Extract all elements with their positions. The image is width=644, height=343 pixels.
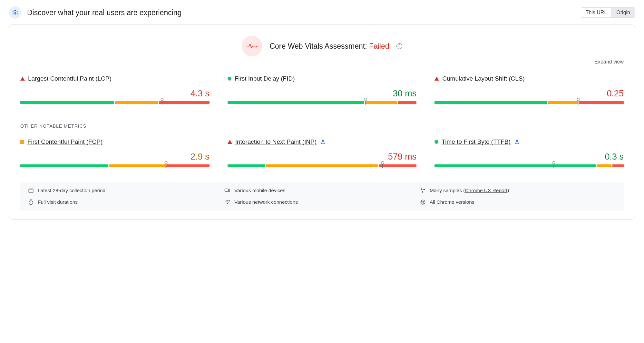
bar-segment	[434, 101, 547, 104]
bar-segment	[579, 101, 624, 104]
metric-name-link[interactable]: First Contentful Paint (FCP)	[27, 138, 102, 145]
metric-name-link[interactable]: Time to First Byte (TTFB)	[442, 138, 511, 145]
circle-green-icon	[228, 77, 231, 81]
bar-segment	[379, 164, 416, 167]
metric-name-link[interactable]: Largest Contentful Paint (LCP)	[28, 75, 112, 82]
metric-card: Time to First Byte (TTFB) 0.3 s	[434, 138, 624, 175]
bar-segment	[398, 101, 416, 104]
bar-segment	[228, 164, 265, 167]
bar-segment	[166, 164, 210, 167]
toggle-this-url[interactable]: This URL	[581, 8, 612, 17]
svg-point-0	[14, 10, 16, 11]
metric-header: First Input Delay (FID)	[228, 75, 417, 82]
page-title: Discover what your real users are experi…	[27, 8, 181, 17]
svg-rect-9	[229, 190, 230, 192]
footer-item-text: All Chrome versions	[430, 199, 474, 205]
triangle-red-icon	[228, 140, 232, 144]
metric-bar	[434, 101, 624, 104]
other-metrics-heading: OTHER NOTABLE METRICS	[20, 123, 624, 129]
assessment-label: Core Web Vitals Assessment:	[269, 42, 367, 50]
footer-item: Many samples (Chrome UX Report)	[420, 188, 616, 193]
metric-header: First Contentful Paint (FCP)	[20, 138, 210, 145]
metric-card: Interaction to Next Paint (INP) 579 ms	[228, 138, 417, 175]
circle-green-icon	[434, 140, 438, 144]
bar-segment	[434, 164, 595, 167]
metric-bar	[228, 101, 417, 104]
footer-item: Full visit durations	[28, 199, 224, 205]
experimental-flask-icon[interactable]	[514, 139, 520, 144]
people-icon	[12, 9, 19, 16]
trend-fail-icon	[246, 43, 259, 49]
metric-pin	[164, 161, 167, 168]
expand-view-link[interactable]: Expand view	[20, 59, 624, 65]
metric-header: Time to First Byte (TTFB)	[434, 138, 624, 145]
metric-value: 0.3 s	[434, 152, 624, 162]
metric-pin	[381, 161, 384, 168]
metric-value: 30 ms	[228, 89, 417, 99]
footer-item: Various network connections	[224, 199, 420, 205]
metric-name-link[interactable]: First Input Delay (FID)	[235, 75, 295, 82]
metric-value: 579 ms	[228, 152, 417, 162]
svg-rect-6	[258, 46, 259, 46]
metric-pin	[577, 98, 580, 105]
bar-segment	[20, 101, 114, 104]
metric-name-link[interactable]: Interaction to Next Paint (INP)	[235, 138, 317, 145]
samples-icon	[420, 188, 426, 193]
crux-icon	[9, 6, 21, 19]
svg-rect-3	[13, 13, 14, 15]
vitals-card: Core Web Vitals Assessment: Failed ? Exp…	[9, 24, 635, 220]
assessment-row: Core Web Vitals Assessment: Failed ?	[20, 36, 624, 56]
metric-bar	[20, 101, 210, 104]
bar-segment	[115, 101, 158, 104]
bar-segment	[597, 164, 611, 167]
svg-rect-5	[17, 13, 18, 15]
metric-bar	[434, 164, 624, 167]
bar-segment	[612, 164, 624, 167]
footer-item-text: Many samples (Chrome UX Report)	[430, 188, 509, 193]
metadata-footer: Latest 28-day collection period Various …	[20, 182, 624, 211]
scope-toggle: This URL Origin	[581, 7, 635, 18]
svg-point-4	[16, 11, 18, 12]
footer-item: All Chrome versions	[420, 199, 616, 205]
metric-pin	[161, 98, 163, 105]
metric-header: Largest Contentful Paint (LCP)	[20, 75, 210, 82]
svg-point-2	[12, 11, 14, 12]
bar-segment	[109, 164, 165, 167]
bar-segment	[20, 164, 108, 167]
core-metrics-grid: Largest Contentful Paint (LCP) 4.3 s Fir…	[20, 75, 624, 112]
assessment-icon	[242, 36, 262, 56]
help-icon[interactable]: ?	[396, 43, 402, 49]
assessment-status: Failed	[369, 42, 389, 50]
calendar-icon	[28, 188, 34, 193]
metric-bar	[20, 164, 210, 167]
triangle-red-icon	[434, 77, 439, 81]
svg-rect-1	[15, 12, 16, 15]
square-orange-icon	[20, 140, 24, 144]
metric-header: Cumulative Layout Shift (CLS)	[434, 75, 624, 82]
network-icon	[224, 199, 230, 205]
metric-card: Largest Contentful Paint (LCP) 4.3 s	[20, 75, 210, 112]
footer-item-text: Various network connections	[234, 199, 298, 205]
triangle-red-icon	[20, 77, 25, 81]
footer-item-text: Full visit durations	[38, 199, 78, 205]
footer-item-text: Latest 28-day collection period	[38, 188, 105, 193]
metric-bar	[228, 164, 417, 167]
footer-item: Latest 28-day collection period	[28, 188, 224, 193]
metric-value: 2.9 s	[20, 152, 210, 162]
crux-report-link[interactable]: Chrome UX Report	[465, 188, 507, 193]
other-metrics-grid: First Contentful Paint (FCP) 2.9 s Inter…	[20, 138, 624, 175]
toggle-origin[interactable]: Origin	[611, 8, 635, 17]
chrome-icon	[420, 199, 426, 205]
svg-point-14	[227, 203, 228, 204]
metric-pin	[552, 161, 555, 168]
bar-segment	[159, 101, 210, 104]
svg-point-10	[421, 188, 422, 190]
bar-segment	[266, 164, 378, 167]
experimental-flask-icon[interactable]	[320, 139, 326, 144]
timer-icon	[28, 199, 34, 205]
svg-rect-7	[29, 189, 33, 193]
metric-name-link[interactable]: Cumulative Layout Shift (CLS)	[442, 75, 525, 82]
assessment-text: Core Web Vitals Assessment: Failed	[269, 42, 389, 51]
metric-card: Cumulative Layout Shift (CLS) 0.25	[434, 75, 624, 112]
metric-pin	[364, 98, 367, 105]
